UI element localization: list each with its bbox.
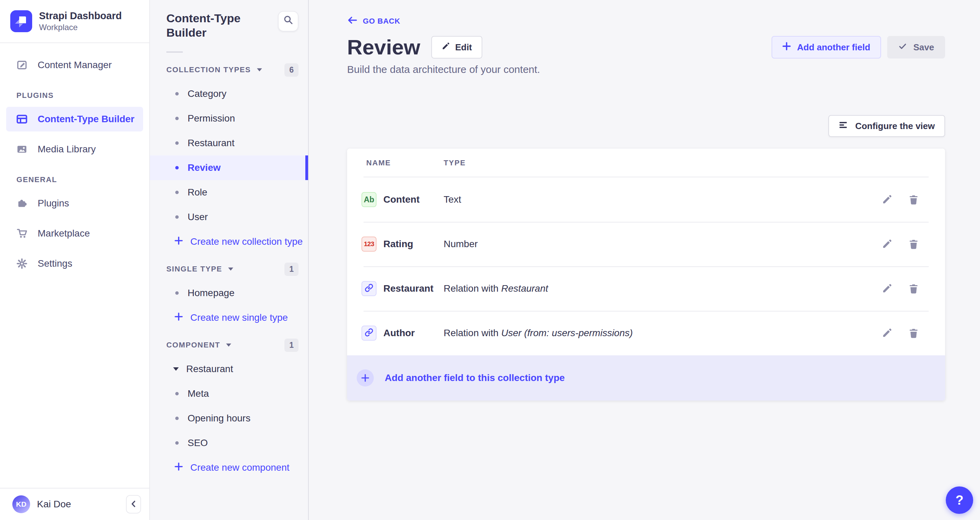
page-title: Review (347, 36, 420, 59)
grid-layout-icon (15, 113, 29, 125)
field-type-text: Relation with (444, 328, 498, 338)
sidebar-nav: Content Manager PLUGINS Content-Type Bui… (0, 43, 149, 281)
field-type: Relation withUser (from: users-permissio… (444, 328, 633, 339)
caret-down-icon (172, 367, 179, 371)
collection-type-item[interactable]: Role (150, 180, 308, 205)
component-header[interactable]: COMPONENT 1 (150, 335, 308, 355)
arrow-left-icon (347, 16, 357, 27)
collection-types-header[interactable]: COLLECTION TYPES 6 (150, 60, 308, 80)
edit-field-button[interactable] (881, 328, 892, 339)
add-field-row-label: Add another field to this collection typ… (385, 372, 565, 383)
edit-field-button[interactable] (881, 239, 892, 250)
sidebar-item-marketplace[interactable]: Marketplace (6, 221, 143, 246)
row-actions (881, 239, 945, 250)
builder-panel: Content-Type Builder COLLECTION TYPES 6 (150, 0, 309, 520)
configure-view-button[interactable]: Configure the view (828, 115, 945, 137)
main-sidebar: Strapi Dashboard Workplace Content Manag… (0, 0, 150, 520)
bullet-icon (175, 215, 179, 219)
table-row: Restaurant Relation withRestaurant (347, 266, 945, 311)
strapi-logo-icon (10, 10, 32, 32)
plus-icon (175, 312, 183, 323)
plus-icon (175, 462, 183, 473)
toolbar-row: Configure the view (347, 115, 945, 137)
create-collection-type-link[interactable]: Create new collection type (150, 229, 308, 254)
component-item[interactable]: SEO (150, 431, 308, 455)
pencil-icon (442, 42, 450, 53)
edit-field-button[interactable] (881, 194, 892, 205)
create-single-type-link[interactable]: Create new single type (150, 305, 308, 330)
cart-icon (15, 227, 29, 240)
collection-type-item[interactable]: Permission (150, 106, 308, 131)
field-name: Content (383, 194, 444, 205)
field-type-text: Relation with (444, 283, 498, 294)
collection-type-label: Review (188, 162, 221, 173)
sidebar-item-label: Content-Type Builder (38, 114, 135, 125)
number-field-badge: 123 (361, 237, 377, 251)
sidebar-item-content-manager[interactable]: Content Manager (6, 53, 143, 77)
collection-type-item[interactable]: Restaurant (150, 131, 308, 156)
table-row: Ab Content Text (347, 177, 945, 222)
sidebar-item-content-type-builder[interactable]: Content-Type Builder (6, 107, 143, 132)
collection-type-label: Category (188, 88, 227, 99)
gear-icon (15, 258, 29, 270)
collection-type-label: Permission (188, 113, 235, 124)
go-back-link[interactable]: GO BACK (347, 16, 401, 27)
sidebar-item-label: Media Library (38, 144, 96, 155)
search-icon (283, 15, 293, 28)
collapse-sidebar-button[interactable] (126, 495, 141, 514)
create-component-link[interactable]: Create new component (150, 455, 308, 480)
create-component-label: Create new component (190, 462, 290, 473)
sidebar-item-media-library[interactable]: Media Library (6, 137, 143, 162)
add-field-row[interactable]: Add another field to this collection typ… (347, 355, 945, 401)
delete-field-button[interactable] (908, 328, 919, 339)
field-type-text: Number (444, 239, 478, 249)
bullet-icon (175, 417, 179, 420)
collection-type-item-selected[interactable]: Review (150, 156, 308, 180)
field-type-detail: User (from: users-permissions) (501, 328, 633, 338)
save-button[interactable]: Save (887, 36, 945, 59)
search-button[interactable] (278, 11, 299, 32)
plus-circle-icon (357, 369, 374, 386)
pen-icon (15, 59, 29, 71)
single-type-item-label: Homepage (188, 288, 234, 299)
field-name: Restaurant (383, 283, 444, 294)
component-item[interactable]: Opening hours (150, 406, 308, 431)
delete-field-button[interactable] (908, 239, 919, 250)
collection-type-label: User (188, 211, 208, 223)
row-actions (881, 328, 945, 339)
single-type-list: Homepage (150, 281, 308, 305)
edit-field-button[interactable] (881, 283, 892, 294)
relation-field-badge (361, 326, 377, 340)
save-button-label: Save (913, 42, 934, 53)
row-actions (881, 283, 945, 294)
add-another-field-label: Add another field (797, 42, 870, 53)
delete-field-button[interactable] (908, 194, 919, 205)
component-group-restaurant[interactable]: Restaurant (150, 357, 308, 382)
filter-lines-icon (838, 121, 848, 132)
section-label-general: GENERAL (16, 175, 149, 184)
collection-types-count-badge: 6 (285, 63, 299, 77)
edit-button-label: Edit (455, 42, 472, 53)
collection-types-label: COLLECTION TYPES (166, 65, 251, 74)
sidebar-footer: KD Kai Doe (0, 488, 149, 520)
bullet-icon (175, 166, 179, 169)
component-item[interactable]: Meta (150, 382, 308, 406)
collection-type-item[interactable]: User (150, 205, 308, 229)
single-type-item[interactable]: Homepage (150, 281, 308, 305)
sidebar-item-settings[interactable]: Settings (6, 251, 143, 276)
single-type-header[interactable]: SINGLE TYPE 1 (150, 259, 308, 279)
table-header: NAME TYPE (347, 149, 945, 177)
bullet-icon (175, 92, 179, 95)
sidebar-item-plugins[interactable]: Plugins (6, 191, 143, 216)
single-type-label: SINGLE TYPE (166, 265, 222, 274)
relation-field-badge (361, 281, 377, 296)
collection-type-item[interactable]: Category (150, 81, 308, 106)
help-button[interactable]: ? (946, 487, 973, 514)
edit-button[interactable]: Edit (431, 36, 482, 59)
component-label: COMPONENT (166, 340, 220, 350)
collection-types-list: Category Permission Restaurant Review Ro… (150, 81, 308, 229)
component-item-label: Meta (188, 388, 209, 399)
delete-field-button[interactable] (908, 283, 919, 294)
field-type: Text (444, 194, 464, 205)
add-another-field-button[interactable]: Add another field (772, 36, 881, 59)
